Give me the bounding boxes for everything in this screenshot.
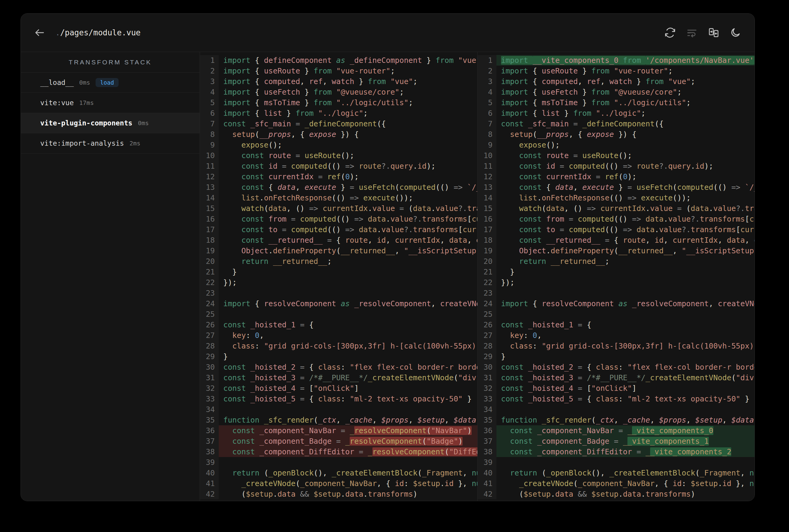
theme-toggle-button[interactable]	[729, 26, 742, 40]
line-number: 9	[200, 140, 219, 150]
line-number: 15	[200, 203, 219, 214]
line-number: 29	[478, 351, 496, 362]
code-line: 38 const _component_DiffEditor = __vite_…	[478, 446, 754, 457]
line-number: 34	[200, 404, 219, 415]
code-content: class: "grid grid-cols-[300px,3fr] h-[ca…	[496, 341, 754, 351]
code-line: 37 const _component_Badge = __vite_compo…	[478, 436, 754, 446]
code-line: 1import { defineComponent as _defineComp…	[200, 55, 477, 65]
sidebar-item-vite-plugin-components[interactable]: vite-plugin-components0ms	[21, 113, 200, 133]
code-line: 28 class: "grid grid-cols-[300px,3fr] h-…	[478, 341, 754, 351]
line-number: 24	[200, 298, 219, 309]
line-number: 27	[200, 330, 219, 341]
code-panel-after[interactable]: 1import __vite_components_0 from '/compo…	[478, 52, 754, 501]
code-line: 19 Object.defineProperty(__returned__, "…	[200, 245, 477, 256]
code-line: 24import { resolveComponent as _resolveC…	[200, 298, 477, 309]
code-line: 26const _hoisted_1 = {	[478, 320, 754, 330]
code-content	[219, 457, 477, 468]
line-number: 38	[200, 446, 219, 457]
plugin-timing: 2ms	[129, 140, 140, 147]
line-number: 18	[478, 235, 496, 245]
line-number: 5	[200, 97, 219, 108]
code-content: import { msToTime } from "../logic/utils…	[219, 97, 477, 108]
code-content: const _component_NavBar = __vite_compone…	[496, 425, 754, 436]
code-line: 4import { useFetch } from "@vueuse/core"…	[478, 87, 754, 97]
line-number: 12	[478, 171, 496, 182]
back-button[interactable]	[33, 26, 46, 39]
code-content: const _hoisted_2 = { class: "flex flex-c…	[219, 362, 477, 373]
line-number: 11	[478, 161, 496, 171]
code-line: 7const _sfc_main = _defineComponent({	[200, 118, 477, 129]
code-content: return __returned__;	[219, 256, 477, 267]
code-content	[219, 288, 477, 298]
module-title: ./pages/module.vue	[55, 28, 141, 37]
code-content: const _component_DiffEditor = _resolveCo…	[219, 446, 477, 457]
line-number: 39	[200, 457, 219, 468]
code-line: 18 const __returned__ = { route, id, cur…	[200, 235, 477, 245]
code-content: import { resolveComponent as _resolveCom…	[219, 298, 477, 309]
code-content: const _sfc_main = _defineComponent({	[219, 118, 477, 129]
code-line: 21 }	[200, 267, 477, 277]
code-content: import { useRoute } from "vue-router";	[496, 65, 754, 76]
code-content: const _hoisted_1 = {	[496, 320, 754, 330]
code-line: 18 const __returned__ = { route, id, cur…	[478, 235, 754, 245]
code-line: 8 setup(__props, { expose }) {	[478, 129, 754, 140]
code-line: 32const _hoisted_4 = ["onClick"]	[200, 383, 477, 394]
code-line: 8 setup(__props, { expose }) {	[200, 129, 477, 140]
plugin-name: __load__	[40, 79, 74, 87]
top-bar: ./pages/module.vue	[21, 14, 754, 52]
code-content: setup(__props, { expose }) {	[496, 129, 754, 140]
line-number: 31	[478, 373, 496, 383]
line-number: 35	[478, 415, 496, 425]
sidebar-item-vite-import-analysis[interactable]: vite:import-analysis2ms	[21, 133, 200, 154]
code-line: 20 return __returned__;	[478, 256, 754, 267]
line-number: 6	[478, 108, 496, 118]
line-number: 12	[200, 171, 219, 182]
code-content: const _hoisted_5 = { class: "ml-2 text-x…	[219, 394, 477, 404]
line-number: 14	[478, 193, 496, 203]
code-line: 30const _hoisted_2 = { class: "flex flex…	[478, 362, 754, 373]
code-content: const _component_DiffEditor = __vite_com…	[496, 446, 754, 457]
code-content: const from = computed(() => data.value?.…	[219, 214, 477, 224]
code-content: return (_openBlock(), _createElementBloc…	[496, 468, 754, 478]
sidebar-item--load-[interactable]: __load__0msload	[21, 73, 200, 93]
code-line: 9 expose();	[200, 140, 477, 150]
inspector-window: ./pages/module.vue	[21, 13, 755, 501]
code-content: list.onFetchResponse(() => execute());	[496, 193, 754, 203]
code-line: 22});	[478, 277, 754, 288]
refresh-button[interactable]	[663, 26, 677, 40]
line-number: 35	[200, 415, 219, 425]
line-number: 40	[200, 468, 219, 478]
code-line: 14 list.onFetchResponse(() => execute())…	[200, 193, 477, 203]
line-number: 17	[200, 224, 219, 235]
dark-mode-moon-icon	[730, 27, 741, 38]
code-line: 11 const id = computed(() => route?.quer…	[478, 161, 754, 171]
sidebar-item-vite-vue[interactable]: vite:vue17ms	[21, 93, 200, 113]
line-number: 4	[478, 87, 496, 97]
code-line: 39	[478, 457, 754, 468]
code-content: const _component_NavBar = _resolveCompon…	[219, 425, 477, 436]
diff-view-toggle[interactable]	[707, 26, 721, 40]
line-number: 6	[200, 108, 219, 118]
code-content: import { defineComponent as _defineCompo…	[219, 55, 477, 65]
code-content: }	[219, 351, 477, 362]
line-number: 39	[478, 457, 496, 468]
code-content: });	[496, 277, 754, 288]
code-line: 31const _hoisted_3 = /*#__PURE__*/_creat…	[478, 373, 754, 383]
transform-stack-header: TRANSFORM STACK	[21, 52, 200, 73]
code-content: return (_openBlock(), _createElementBloc…	[219, 468, 477, 478]
code-line: 40 return (_openBlock(), _createElementB…	[478, 468, 754, 478]
code-line: 35function _sfc_render(_ctx, _cache, $pr…	[478, 415, 754, 425]
plugin-name: vite:vue	[40, 99, 74, 107]
line-wrap-toggle[interactable]	[685, 26, 699, 40]
code-line: 2import { useRoute } from "vue-router";	[200, 65, 477, 76]
code-line: 7const _sfc_main = _defineComponent({	[478, 118, 754, 129]
code-line: 16 const from = computed(() => data.valu…	[478, 214, 754, 224]
code-panel-before[interactable]: 1import { defineComponent as _defineComp…	[200, 52, 478, 501]
code-content: const __returned__ = { route, id, curren…	[219, 235, 477, 245]
line-number: 30	[478, 362, 496, 373]
code-content: function _sfc_render(_ctx, _cache, $prop…	[496, 415, 754, 425]
code-content	[496, 288, 754, 298]
line-number: 25	[478, 309, 496, 320]
line-number: 13	[478, 182, 496, 193]
code-content: watch(data, () => currentIdx.value = (da…	[496, 203, 754, 214]
